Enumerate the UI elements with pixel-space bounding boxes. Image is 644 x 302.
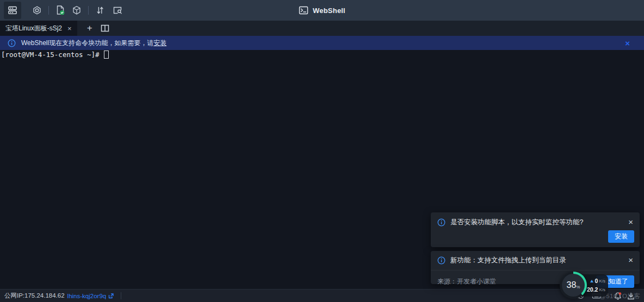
banner-close-icon[interactable]: ×	[625, 39, 630, 47]
new-tab-button[interactable]: +	[87, 23, 92, 34]
terminal-cursor	[104, 51, 109, 59]
banner-message: WebShell现在支持命令块功能，如果需要，请安装	[21, 39, 166, 48]
statusbar-divider	[121, 292, 121, 299]
toolbar-divider	[48, 6, 49, 15]
gauge-face: 38 %	[562, 274, 585, 297]
settings-button[interactable]	[30, 3, 44, 17]
toast-message: 新功能：支持文件拖拽上传到当前目录	[450, 256, 623, 265]
package-button[interactable]	[70, 3, 84, 17]
external-link-icon	[108, 293, 114, 299]
toast-source: 来源：开发者小课堂	[437, 277, 496, 286]
tab-close-icon[interactable]: ×	[67, 25, 72, 32]
install-monitor-toast: 是否安装功能脚本，以支持实时监控等功能? × 安装	[431, 212, 640, 247]
upload-speed-value: 0	[595, 278, 598, 284]
terminal-list-button[interactable]	[4, 2, 21, 19]
sort-vertical-icon	[95, 5, 106, 16]
top-toolbar: WebShell	[0, 0, 644, 21]
file-check-button[interactable]	[53, 3, 67, 17]
file-check-icon	[54, 4, 66, 16]
resource-gauge[interactable]: 38 %	[560, 272, 587, 299]
install-button[interactable]: 安装	[608, 230, 634, 243]
toast-close-icon[interactable]: ×	[628, 256, 633, 264]
package-icon	[71, 5, 82, 16]
notification-button[interactable]	[614, 292, 622, 300]
upload-arrow-icon	[590, 280, 593, 282]
gauge-percent-sign: %	[576, 285, 580, 290]
gauge-percent: 38	[567, 280, 577, 290]
tab-label: 宝塔Linux面板-sSj2	[5, 24, 62, 33]
webshell-app: WebShell 宝塔Linux面板-sSj2 × + WebShell现在支持…	[0, 0, 644, 302]
download-icon	[627, 292, 635, 300]
tab-baota-panel[interactable]: 宝塔Linux面板-sSj2 ×	[0, 21, 77, 36]
tab-bar: 宝塔Linux面板-sSj2 × +	[0, 21, 644, 36]
terminal-list-icon	[7, 5, 18, 16]
status-bar: 公网IP:175.24.184.62 lhins-kqj2or9q @51CTO…	[0, 289, 644, 302]
toast-close-icon[interactable]: ×	[628, 218, 633, 226]
terminal-prompt-line: [root@VM-4-15-centos ~]#	[1, 51, 109, 59]
download-button[interactable]	[627, 292, 635, 300]
window-search-button[interactable]	[110, 3, 125, 17]
window-search-icon	[112, 5, 123, 16]
split-columns-icon	[100, 23, 110, 33]
app-title: WebShell	[299, 0, 345, 21]
command-block-banner: WebShell现在支持命令块功能，如果需要，请安装 ×	[0, 36, 644, 50]
instance-link[interactable]: lhins-kqj2or9q	[67, 293, 115, 299]
public-ip-label: 公网IP:175.24.184.62	[4, 292, 65, 300]
webshell-terminal-icon	[299, 5, 308, 15]
info-icon	[437, 218, 445, 226]
toast-message: 是否安装功能脚本，以支持实时监控等功能?	[450, 218, 623, 227]
install-link[interactable]: 安装	[153, 39, 166, 47]
terminal-prompt: [root@VM-4-15-centos ~]#	[1, 51, 103, 59]
drag-upload-toast: 新功能：支持文件拖拽上传到当前目录 × 来源：开发者小课堂 我知道了	[431, 251, 640, 284]
sort-button[interactable]	[93, 3, 107, 17]
settings-gear-icon	[32, 5, 42, 16]
download-speed-value: 20.2	[587, 286, 598, 293]
info-icon	[437, 256, 445, 265]
toolbar-divider	[88, 6, 89, 15]
page-title: WebShell	[313, 7, 345, 15]
bell-icon	[614, 292, 622, 300]
split-view-button[interactable]	[100, 23, 110, 33]
info-icon	[8, 39, 16, 47]
